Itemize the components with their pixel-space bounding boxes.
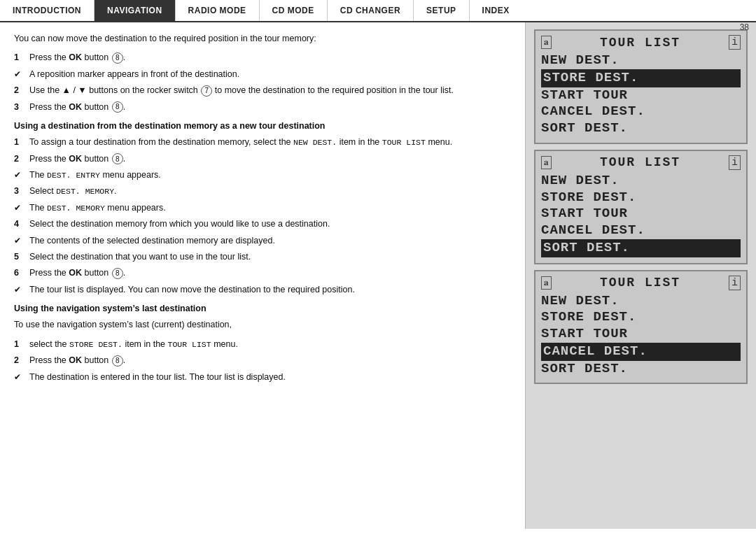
nav-item-setup[interactable]: Setup bbox=[414, 0, 470, 21]
mono-new-dest: NEW DEST. bbox=[293, 138, 337, 147]
button-circle-8e: 8 bbox=[112, 355, 123, 367]
screen3-item-3: START TOUR bbox=[541, 326, 741, 343]
checkmark-3: ✔ bbox=[14, 201, 29, 215]
s1-check-text-2: The DEST. MEMORY menu appears. bbox=[29, 201, 511, 215]
step-num-3: 3 bbox=[14, 101, 29, 114]
device-screen-1: 𝐚 TOUR LIST i NEW DEST. STORE DEST. STAR… bbox=[534, 29, 748, 144]
step-text-1: Press the OK button 8. bbox=[29, 51, 511, 64]
checkmark-2: ✔ bbox=[14, 169, 29, 182]
screen3-item-1: NEW DEST. bbox=[541, 293, 741, 310]
screen2-item-3: START TOUR bbox=[541, 206, 741, 222]
screen3-item-5: SORT DEST. bbox=[541, 361, 741, 378]
screen2-title: TOUR LIST bbox=[600, 155, 680, 169]
checkmark-1: ✔ bbox=[14, 68, 29, 81]
screen1-item-5: SORT DEST. bbox=[541, 120, 741, 137]
page-number: 38 bbox=[740, 22, 749, 32]
button-circle-8b: 8 bbox=[112, 101, 123, 113]
section1-step-6: 6 Press the OK button 8. bbox=[14, 266, 511, 280]
step-3-top: 3 Press the OK button 8. bbox=[14, 101, 511, 114]
section1-check-3: ✔ The contents of the selected destinati… bbox=[14, 234, 511, 248]
s2-num-2: 2 bbox=[14, 354, 29, 367]
screen1-item-4: CANCEL DEST. bbox=[541, 104, 741, 120]
ok-label-2: OK bbox=[69, 102, 82, 112]
mono-tour-list-1: TOUR LIST bbox=[382, 138, 426, 147]
s1-num-4: 4 bbox=[14, 218, 29, 231]
device-screen-3: 𝐚 TOUR LIST i NEW DEST. STORE DEST. STAR… bbox=[534, 270, 748, 385]
screen1-title-row: 𝐚 TOUR LIST i bbox=[541, 35, 741, 50]
section1-step-3: 3 Select DEST. MEMORY. bbox=[14, 185, 511, 198]
mono-store-dest: STORE DEST. bbox=[69, 340, 122, 349]
text-column: You can now move the destination to the … bbox=[0, 22, 525, 529]
checkmark-5: ✔ bbox=[14, 283, 29, 297]
step-check-reposition: ✔ A reposition marker appears in front o… bbox=[14, 68, 511, 81]
screen2-title-row: 𝐚 TOUR LIST i bbox=[541, 155, 741, 170]
ok-label-3: OK bbox=[69, 154, 82, 164]
s1-text-5: Select the destination that you want to … bbox=[29, 250, 511, 264]
screen2-icon-right: i bbox=[729, 155, 741, 170]
ok-label-5: OK bbox=[69, 355, 82, 365]
section1-step-4: 4 Select the destination memory from whi… bbox=[14, 218, 511, 231]
screen1-item-1: NEW DEST. bbox=[541, 52, 741, 69]
s1-text-3: Select DEST. MEMORY. bbox=[29, 185, 511, 198]
nav-item-navigation[interactable]: Navigation bbox=[94, 0, 176, 21]
s1-num-2: 2 bbox=[14, 152, 29, 166]
section2-step-2: 2 Press the OK button 8. bbox=[14, 354, 511, 367]
s1-text-2: Press the OK button 8. bbox=[29, 152, 511, 166]
section1-step-2: 2 Press the OK button 8. bbox=[14, 152, 511, 166]
section2-step-1: 1 select the STORE DEST. item in the TOU… bbox=[14, 338, 511, 351]
s2-check-text-1: The destination is entered in the tour l… bbox=[29, 371, 511, 384]
section1-step-5: 5 Select the destination that you want t… bbox=[14, 250, 511, 264]
s1-num-1: 1 bbox=[14, 136, 29, 149]
screen3-item-4: CANCEL DEST. bbox=[541, 343, 741, 361]
screen1-title: TOUR LIST bbox=[600, 36, 680, 50]
screen2-item-2: STORE DEST. bbox=[541, 190, 741, 206]
mono-tour-list-2: TOUR LIST bbox=[168, 340, 211, 349]
s1-text-1: To assign a tour destination from the de… bbox=[29, 136, 511, 149]
s1-check-text-1: The DEST. ENTRY menu appears. bbox=[29, 169, 511, 182]
section1-heading: Using a destination from the destination… bbox=[14, 120, 511, 133]
screen3-title-row: 𝐚 TOUR LIST i bbox=[541, 276, 741, 290]
nav-item-introduction[interactable]: Introduction bbox=[0, 0, 94, 21]
screen1-icon-right: i bbox=[729, 35, 741, 50]
button-circle-8c: 8 bbox=[112, 153, 123, 164]
step-num-1: 1 bbox=[14, 51, 29, 64]
section2-intro: To use the navigation system’s last (cur… bbox=[14, 318, 511, 332]
button-circle-7: 7 bbox=[201, 85, 212, 97]
s1-text-6: Press the OK button 8. bbox=[29, 266, 511, 280]
screen3-icon-left: 𝐚 bbox=[541, 276, 552, 290]
mono-dest-memory-1: DEST. MEMORY bbox=[56, 187, 114, 196]
s1-check-text-3: The contents of the selected destination… bbox=[29, 234, 511, 248]
nav-item-cd-changer[interactable]: CD Changer bbox=[328, 0, 414, 21]
step-text-reposition: A reposition marker appears in front of … bbox=[29, 68, 511, 81]
screen2-item-4: CANCEL DEST. bbox=[541, 222, 741, 239]
s1-num-3: 3 bbox=[14, 185, 29, 198]
intro-text: You can now move the destination to the … bbox=[14, 32, 511, 45]
screen3-item-2: STORE DEST. bbox=[541, 309, 741, 326]
s1-num-6: 6 bbox=[14, 266, 29, 280]
screen1-icon-left: 𝐚 bbox=[541, 36, 552, 49]
s1-text-4: Select the destination memory from which… bbox=[29, 218, 511, 231]
screen3-title: TOUR LIST bbox=[600, 276, 680, 290]
s1-num-5: 5 bbox=[14, 250, 29, 264]
checkmark-6: ✔ bbox=[14, 371, 29, 384]
s1-check-text-4: The tour list is displayed. You can now … bbox=[29, 283, 511, 297]
button-circle-8d: 8 bbox=[112, 268, 123, 279]
step-2-top: 2 Use the ▲ / ▼ buttons on the rocker sw… bbox=[14, 84, 511, 97]
nav-bar: Introduction Navigation Radio Mode CD Mo… bbox=[0, 0, 756, 22]
screen2-icon-left: 𝐚 bbox=[541, 156, 552, 169]
step-text-3: Press the OK button 8. bbox=[29, 101, 511, 114]
button-circle-8: 8 bbox=[112, 52, 123, 64]
section1-check-2: ✔ The DEST. MEMORY menu appears. bbox=[14, 201, 511, 215]
mono-dest-entry: DEST. ENTRY bbox=[47, 171, 100, 180]
section1-check-4: ✔ The tour list is displayed. You can no… bbox=[14, 283, 511, 297]
screen1-item-3: START TOUR bbox=[541, 87, 741, 104]
device-screen-2: 𝐚 TOUR LIST i NEW DEST. STORE DEST. STAR… bbox=[534, 150, 748, 264]
screen2-item-1: NEW DEST. bbox=[541, 173, 741, 190]
section2-heading: Using the navigation system’s last desti… bbox=[14, 302, 511, 315]
ok-label-4: OK bbox=[69, 268, 82, 278]
nav-item-radio-mode[interactable]: Radio Mode bbox=[176, 0, 260, 21]
screen1-item-2: STORE DEST. bbox=[541, 69, 741, 87]
nav-item-cd-mode[interactable]: CD Mode bbox=[260, 0, 328, 21]
nav-item-index[interactable]: Index bbox=[470, 0, 522, 21]
mono-dest-memory-2: DEST. MEMORY bbox=[47, 204, 105, 213]
